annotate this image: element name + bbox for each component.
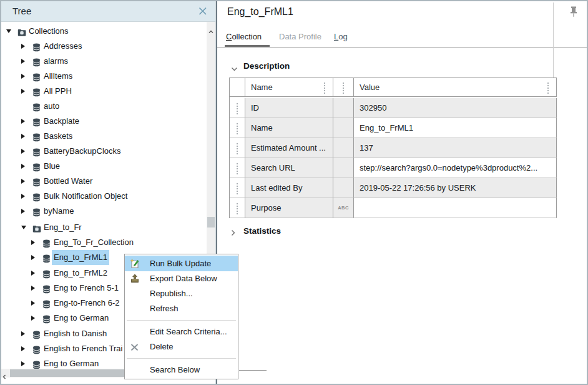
expander-collapsed-icon[interactable] [31, 316, 35, 321]
expander-collapsed-icon[interactable] [31, 301, 35, 306]
expander-collapsed-icon[interactable] [21, 74, 25, 79]
expander-collapsed-icon[interactable] [21, 59, 25, 64]
tab-data-profile[interactable]: Data Profile [279, 32, 321, 41]
row-value[interactable]: 302950 [354, 98, 557, 118]
table-header-type[interactable] [333, 78, 354, 97]
column-menu-icon[interactable] [547, 88, 549, 89]
expander-collapsed-icon[interactable] [21, 89, 25, 94]
menu-item-edit-search-criteria[interactable]: Edit Search Criteria... [125, 324, 238, 339]
tree-item-alarms[interactable]: alarms [1, 54, 207, 69]
menu-item-republish[interactable]: Republish... [125, 286, 238, 301]
expander-collapsed-icon[interactable] [21, 119, 25, 124]
row-value[interactable]: 137 [354, 138, 557, 158]
row-value[interactable]: Eng_to_FrML1 [354, 118, 557, 138]
menu-item-delete[interactable]: Delete [125, 339, 238, 354]
chevron-right-icon[interactable] [231, 229, 235, 238]
expander-collapsed-icon[interactable] [21, 134, 25, 139]
tree-item-bottled-water[interactable]: Bottled Water [1, 174, 207, 189]
expander-collapsed-icon[interactable] [21, 44, 25, 49]
expander-collapsed-icon[interactable] [31, 271, 35, 276]
column-menu-icon[interactable] [343, 88, 344, 89]
tree-item-label[interactable]: All PPH [42, 84, 74, 99]
chevron-down-icon[interactable] [231, 64, 238, 73]
expander-collapsed-icon[interactable] [21, 346, 25, 351]
menu-item-run-bulk-update[interactable]: Run Bulk Update [125, 256, 238, 271]
row-handle[interactable] [230, 158, 245, 178]
row-drag-icon[interactable] [237, 128, 238, 129]
expander-collapsed-icon[interactable] [21, 209, 25, 214]
tree-item-collections[interactable]: Collections [1, 24, 207, 39]
expander-collapsed-icon[interactable] [21, 331, 25, 336]
tree-item-label[interactable]: Addresses [42, 39, 84, 54]
row-value[interactable] [354, 198, 557, 218]
statistics-section-header[interactable]: Statistics [217, 226, 587, 239]
menu-item-search-below[interactable]: Search Below [125, 362, 238, 378]
scroll-left-icon[interactable] [2, 371, 6, 382]
tree-item-label[interactable]: AllItems [42, 69, 74, 84]
menu-item-refresh[interactable]: Refresh [125, 301, 238, 316]
tree-item-label[interactable]: Eng_to_Fr [42, 220, 84, 235]
tree-item-bulk-notification-object[interactable]: Bulk Notification Object [1, 189, 207, 204]
expander-collapsed-icon[interactable] [21, 179, 25, 184]
tree-item-label[interactable]: auto [42, 99, 61, 114]
row-drag-icon[interactable] [237, 148, 238, 149]
expander-collapsed-icon[interactable] [21, 361, 25, 366]
row-drag-icon[interactable] [237, 208, 238, 209]
tree-item-label[interactable]: BatteryBackupClocks [42, 144, 123, 159]
expander-expanded-icon[interactable] [6, 29, 11, 33]
tree-item-addresses[interactable]: Addresses [1, 39, 207, 54]
row-value[interactable]: step://search?args0.0=nodetype%3dproduct… [354, 158, 557, 178]
tree-item-label[interactable]: Bottled Water [42, 174, 94, 189]
tree-vertical-scrollbar-thumb[interactable] [207, 217, 215, 228]
column-menu-icon[interactable] [324, 88, 325, 89]
tree-item-label[interactable]: Bulk Notification Object [42, 189, 129, 204]
tab-log[interactable]: Log [334, 32, 348, 41]
table-header-value[interactable]: Value [354, 78, 557, 97]
menu-item-export-data-below[interactable]: Export Data Below [125, 271, 238, 286]
tree-item-backplate[interactable]: Backplate [1, 114, 207, 129]
tree-item-eng-to-fr-collection[interactable]: Eng_To_Fr_Collection [1, 235, 207, 250]
expander-collapsed-icon[interactable] [31, 286, 35, 291]
tree-item-label[interactable]: Eng_To_Fr_Collection [52, 235, 135, 250]
row-handle[interactable] [230, 138, 245, 158]
scroll-up-icon[interactable] [208, 25, 213, 36]
tree-item-label-selected[interactable]: Eng_to_FrML1 [52, 250, 109, 265]
expander-collapsed-icon[interactable] [21, 149, 25, 154]
tree-item-label[interactable]: Collections [27, 24, 71, 39]
section-label[interactable]: Statistics [243, 226, 281, 236]
pin-icon[interactable] [569, 6, 578, 19]
tree-item-baskets[interactable]: Baskets [1, 129, 207, 144]
row-drag-icon[interactable] [237, 188, 238, 189]
table-header-name[interactable]: Name [245, 78, 333, 97]
tree-item-auto[interactable]: auto [1, 99, 207, 114]
tree-item-byname[interactable]: byName [1, 204, 207, 219]
tree-item-label[interactable]: Eng to French 5-1 [52, 281, 120, 296]
tree-item-label[interactable]: Eng to German [52, 311, 110, 326]
row-handle[interactable] [230, 178, 245, 198]
tree-item-label[interactable]: Eng-to-French 6-2 [52, 296, 122, 311]
expander-collapsed-icon[interactable] [31, 255, 35, 260]
tree-item-allitems[interactable]: AllItems [1, 69, 207, 84]
tree-item-label[interactable]: Baskets [42, 129, 74, 144]
close-icon[interactable] [198, 6, 208, 16]
tree-item-label[interactable]: alarms [42, 54, 70, 69]
row-handle[interactable] [230, 118, 245, 138]
tree-item-blue[interactable]: Blue [1, 159, 207, 174]
description-section-header[interactable]: Description [217, 61, 587, 74]
tree-item-label[interactable]: byName [42, 204, 76, 219]
tree-item-label[interactable]: Backplate [42, 114, 81, 129]
tree-item-label[interactable]: Blue [42, 159, 62, 174]
tab-collection[interactable]: Collection [226, 32, 262, 41]
row-handle[interactable] [230, 98, 245, 118]
tree-item-eng-to-fr[interactable]: Eng_to_Fr [1, 220, 207, 235]
tree-item-batterybackupclocks[interactable]: BatteryBackupClocks [1, 144, 207, 159]
row-drag-icon[interactable] [237, 108, 238, 109]
row-drag-icon[interactable] [237, 168, 238, 169]
expander-collapsed-icon[interactable] [21, 194, 25, 199]
expander-collapsed-icon[interactable] [21, 164, 25, 169]
tree-item-all-pph[interactable]: All PPH [1, 84, 207, 99]
section-label[interactable]: Description [243, 61, 290, 71]
row-value[interactable]: 2019-05-22 17:26:56 by USERK [354, 178, 557, 198]
expander-collapsed-icon[interactable] [31, 240, 35, 245]
row-handle[interactable] [230, 198, 245, 218]
